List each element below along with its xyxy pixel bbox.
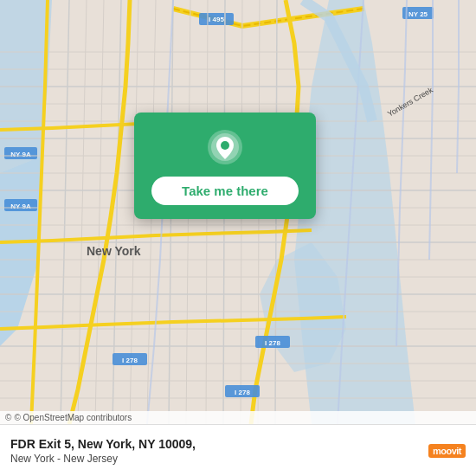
info-bar: FDR Exit 5, New York, NY 10009, New York… bbox=[0, 424, 476, 476]
map-container: I 495 NY 25 NY 9A NY 9A bbox=[0, 0, 476, 424]
action-card: Take me there bbox=[134, 113, 316, 219]
svg-text:I 278: I 278 bbox=[235, 389, 250, 396]
moovit-logo: moovit bbox=[428, 444, 466, 458]
svg-text:I 278: I 278 bbox=[122, 357, 138, 364]
location-pin-icon bbox=[206, 128, 244, 166]
location-info: FDR Exit 5, New York, NY 10009, New York… bbox=[10, 436, 420, 464]
moovit-logo-text: moovit bbox=[428, 444, 466, 458]
svg-text:NY 9A: NY 9A bbox=[10, 203, 31, 210]
location-subtitle: New York - New Jersey bbox=[10, 453, 420, 465]
svg-text:New York: New York bbox=[87, 244, 141, 258]
svg-text:NY 9A: NY 9A bbox=[10, 151, 31, 158]
svg-text:NY 25: NY 25 bbox=[408, 10, 428, 18]
attribution-text: © OpenStreetMap contributors bbox=[14, 413, 132, 422]
svg-point-53 bbox=[221, 141, 229, 150]
svg-text:I 278: I 278 bbox=[265, 339, 280, 347]
location-title: FDR Exit 5, New York, NY 10009, bbox=[10, 436, 420, 452]
map-attribution: © © OpenStreetMap contributors bbox=[0, 411, 476, 424]
copyright-icon: © bbox=[5, 413, 11, 422]
svg-text:I 495: I 495 bbox=[209, 16, 224, 23]
take-me-there-button[interactable]: Take me there bbox=[151, 177, 299, 205]
